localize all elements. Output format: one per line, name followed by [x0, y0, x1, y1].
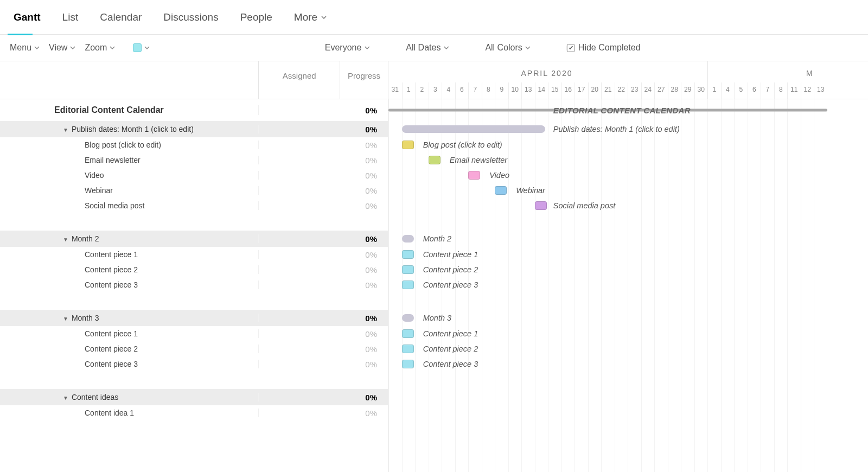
tab-gantt[interactable]: Gantt: [3, 0, 52, 35]
disclosure-triangle-icon[interactable]: ▼: [63, 237, 68, 243]
day-header[interactable]: 4: [442, 82, 455, 99]
task-row[interactable]: Content piece 20%: [0, 262, 388, 277]
group-bar[interactable]: [402, 235, 414, 243]
day-header[interactable]: 10: [508, 82, 522, 99]
timeline-row: Video: [388, 168, 868, 183]
day-header[interactable]: 30: [694, 82, 708, 99]
month-divider: [707, 61, 708, 99]
day-header[interactable]: 15: [548, 82, 561, 99]
day-header[interactable]: 7: [761, 82, 774, 99]
task-bar[interactable]: [429, 156, 441, 164]
column-progress[interactable]: Progress: [340, 61, 388, 99]
project-row[interactable]: Editorial Content Calendar0%: [0, 99, 388, 121]
group-row[interactable]: ▼Month 20%: [0, 231, 388, 247]
task-bar[interactable]: [402, 345, 414, 353]
timeline-row: Content piece 2: [388, 341, 868, 356]
tab-list[interactable]: List: [52, 0, 90, 35]
day-header[interactable]: 7: [468, 82, 482, 99]
day-header[interactable]: 21: [601, 82, 615, 99]
task-bar[interactable]: [402, 280, 414, 289]
bar-label: Email newsletter: [450, 156, 507, 164]
day-header[interactable]: 11: [787, 82, 801, 99]
day-header[interactable]: 24: [641, 82, 655, 99]
timeline-row: Email newsletter: [388, 152, 868, 168]
day-header[interactable]: 8: [482, 82, 495, 99]
gantt-main: Assigned Progress Editorial Content Cale…: [0, 61, 868, 472]
task-bar[interactable]: [402, 250, 414, 259]
day-header[interactable]: 8: [774, 82, 788, 99]
disclosure-triangle-icon[interactable]: ▼: [63, 127, 68, 133]
day-header[interactable]: 1: [707, 82, 721, 99]
task-row[interactable]: Social media post0%: [0, 198, 388, 213]
day-header[interactable]: 4: [721, 82, 735, 99]
task-bar[interactable]: [535, 201, 547, 210]
task-row[interactable]: Content idea 10%: [0, 405, 388, 420]
day-header[interactable]: 28: [668, 82, 681, 99]
tab-people[interactable]: People: [229, 0, 283, 35]
zoom-dropdown[interactable]: Zoom: [80, 43, 120, 53]
task-row[interactable]: Video0%: [0, 168, 388, 183]
day-header[interactable]: 6: [748, 82, 761, 99]
bar-label: Blog post (click to edit): [423, 141, 502, 149]
task-bar[interactable]: [402, 329, 414, 338]
row-progress: 0%: [340, 186, 388, 195]
group-bar[interactable]: [402, 314, 414, 322]
row-progress: 0%: [340, 280, 388, 290]
day-header[interactable]: 3: [429, 82, 442, 99]
row-name: Month 3: [72, 314, 99, 322]
color-chip-dropdown[interactable]: [126, 43, 155, 52]
tab-more[interactable]: More: [283, 0, 338, 35]
chevron-down-icon: [69, 44, 76, 51]
bar-label: Content piece 3: [423, 280, 478, 289]
task-row[interactable]: Email newsletter0%: [0, 152, 388, 168]
tab-calendar[interactable]: Calendar: [89, 0, 152, 35]
day-header[interactable]: 6: [455, 82, 469, 99]
timeline-row: [388, 389, 868, 405]
disclosure-triangle-icon[interactable]: ▼: [63, 395, 68, 401]
task-bar[interactable]: [495, 186, 507, 195]
toolbar: Menu View Everyone All Dates All Colors …: [0, 35, 868, 61]
group-bar[interactable]: [402, 125, 546, 133]
day-header[interactable]: 1: [402, 82, 416, 99]
task-row[interactable]: Blog post (click to edit)0%: [0, 137, 388, 152]
task-row[interactable]: Content piece 30%: [0, 356, 388, 372]
day-header[interactable]: 13: [814, 82, 827, 99]
group-row[interactable]: ▼Content ideas0%: [0, 389, 388, 405]
task-bar[interactable]: [402, 265, 414, 274]
row-name: Content piece 1: [85, 250, 138, 259]
menu-dropdown[interactable]: Menu: [5, 43, 44, 53]
view-dropdown[interactable]: View: [44, 43, 80, 53]
disclosure-triangle-icon[interactable]: ▼: [63, 316, 68, 322]
row-progress: 0%: [340, 345, 388, 354]
day-header[interactable]: 9: [495, 82, 508, 99]
task-row[interactable]: Content piece 10%: [0, 326, 388, 341]
day-header[interactable]: 13: [521, 82, 535, 99]
day-header[interactable]: 31: [388, 82, 402, 99]
task-bar[interactable]: [402, 360, 414, 368]
group-row[interactable]: ▼Month 30%: [0, 310, 388, 326]
day-header[interactable]: 5: [734, 82, 748, 99]
column-assigned[interactable]: Assigned: [259, 61, 340, 99]
day-header[interactable]: 27: [654, 82, 668, 99]
task-row[interactable]: Content piece 30%: [0, 277, 388, 292]
tab-discussions[interactable]: Discussions: [152, 0, 229, 35]
row-progress: 0%: [340, 106, 388, 115]
day-header[interactable]: 14: [535, 82, 548, 99]
timeline-row: Content piece 3: [388, 277, 868, 292]
day-header[interactable]: 2: [415, 82, 429, 99]
day-header[interactable]: 17: [575, 82, 588, 99]
task-bar[interactable]: [468, 171, 480, 180]
day-header[interactable]: 29: [681, 82, 694, 99]
task-bar[interactable]: [402, 141, 414, 149]
day-header[interactable]: 20: [588, 82, 602, 99]
day-header[interactable]: 22: [615, 82, 628, 99]
row-name: Content piece 3: [85, 360, 138, 368]
task-row[interactable]: Content piece 10%: [0, 247, 388, 262]
task-row[interactable]: Webinar0%: [0, 183, 388, 198]
task-row[interactable]: Content piece 20%: [0, 341, 388, 356]
day-header[interactable]: 16: [561, 82, 575, 99]
day-header[interactable]: 23: [628, 82, 641, 99]
day-header[interactable]: 12: [801, 82, 814, 99]
group-row[interactable]: ▼Publish dates: Month 1 (click to edit)0…: [0, 121, 388, 137]
timeline-row: Month 3: [388, 310, 868, 326]
